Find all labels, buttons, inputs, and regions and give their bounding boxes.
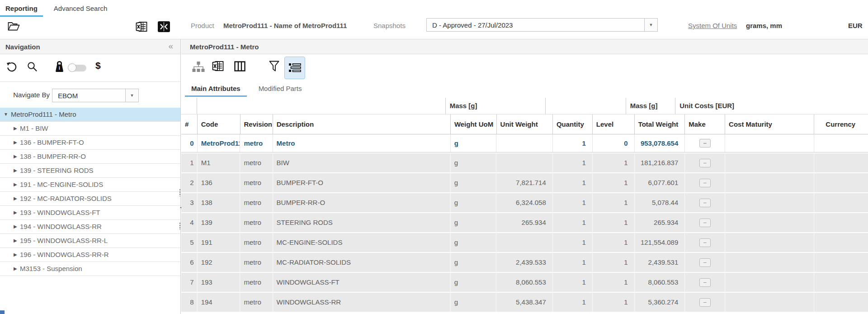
column-header-cost-maturity[interactable]: Cost Maturity [725,114,814,134]
tree-item[interactable]: ▶ 191 - MC-ENGINE-SOLIDS [0,178,180,192]
caret-icon[interactable]: ▶ [14,248,17,262]
caret-icon[interactable]: ▶ [14,122,17,135]
table-row[interactable]: 3 138 metro BUMPER-RR-O g 6,324.058 1 1 … [181,193,868,212]
tree-item[interactable]: ▼ MetroProd111 - Metro [0,108,180,122]
units-value: grams, mm [746,22,782,29]
cell-cost-maturity [725,134,814,152]
column-header-code[interactable]: Code [198,114,241,134]
table-row[interactable]: 8 194 metro WINDOWGLASS-RR g 5,438.347 1… [181,293,868,312]
tree-item[interactable]: ▶ 138 - BUMPER-RR-O [0,150,180,164]
excel-export-icon[interactable] [212,61,224,71]
table-row[interactable]: 5 191 metro MC-ENGINE-SOLIDS g 1 1 121,5… [181,233,868,252]
tree-item-label: M1 - BIW [0,122,180,135]
caret-icon[interactable]: ▶ [14,262,17,276]
system-of-units-link[interactable]: System Of Units [688,22,737,29]
tree-item[interactable]: ▶ 193 - WINDOWGLASS-FT [0,206,180,220]
tree-item[interactable]: ▶ 195 - WINDOWGLASS-RR-L [0,234,180,248]
table-row[interactable]: 2 136 metro BUMPER-FT-O g 7,821.714 1 1 … [181,173,868,192]
weight-cost-toggle[interactable] [69,65,86,71]
cell-currency [814,273,868,292]
tree-item[interactable]: ▶ M3153 - Suspension [0,262,180,276]
tree-item[interactable]: ▶ 192 - MC-RADIATOR-SOLIDS [0,192,180,206]
table-row[interactable]: 1 M1 metro BIW g 1 1 181,216.837 − [181,153,868,172]
caret-icon[interactable]: ▶ [14,164,17,177]
refresh-icon[interactable] [6,62,17,72]
caret-icon[interactable]: ▶ [14,206,17,219]
dollar-icon[interactable]: $ [95,60,101,71]
make-minus-button[interactable]: − [699,219,711,227]
cell-revision: metro [240,153,273,172]
table-group-header-row: Mass [g] Mass [g] Unit Costs [EUR] [181,98,868,114]
make-minus-button[interactable]: − [699,258,711,267]
search-icon[interactable] [27,62,38,72]
collapse-panel-icon[interactable]: « [168,41,173,51]
tree-item[interactable]: ▶ 196 - WINDOWGLASS-RR-R [0,248,180,262]
make-minus-button[interactable]: − [699,139,711,147]
make-minus-button[interactable]: − [699,298,711,307]
column-header-weight-uom[interactable]: Weight UoM [451,114,497,134]
excel-export-icon[interactable] [136,21,147,32]
toggle-knob[interactable] [68,63,76,72]
column-header-make[interactable]: Make [685,114,725,134]
caret-icon[interactable]: ▶ [14,220,17,233]
table-row[interactable]: 6 192 metro MC-RADIATOR-SOLIDS g 2,439.5… [181,253,868,272]
cell-revision: metro [240,233,273,252]
table-row[interactable]: 4 139 metro STEERING RODS g 265.934 1 1 … [181,213,868,232]
navigate-by-select[interactable]: EBOM ▼ [52,89,139,102]
cell-make: − [685,193,725,212]
tree-item[interactable]: ▶ 139 - STEERING RODS [0,164,180,178]
make-minus-button[interactable]: − [699,179,711,187]
navigate-by-select-arrow-icon[interactable]: ▼ [125,89,138,102]
filter-icon[interactable] [269,61,279,72]
caret-icon[interactable]: ▶ [14,150,17,163]
cell-revision: metro [240,273,273,292]
cell-num: 2 [181,173,198,192]
cell-make: − [685,173,725,192]
navigation-panel: Navigation « i [0,39,181,314]
open-folder-icon[interactable] [8,21,20,31]
scrollbar-fragment[interactable] [0,310,5,314]
bom-hierarchy-icon[interactable] [192,62,205,72]
column-header-unit-weight[interactable]: Unit Weight [497,114,553,134]
caret-icon[interactable]: ▶ [14,192,17,205]
list-details-button[interactable] [284,57,305,79]
column-header-description[interactable]: Description [273,114,451,134]
caret-icon[interactable]: ▶ [14,178,17,191]
cell-level: 1 [593,253,635,272]
caret-icon[interactable]: ▶ [14,234,17,247]
column-header-revision[interactable]: Revision [241,114,273,134]
weight-icon[interactable]: i [54,61,65,72]
make-minus-button[interactable]: − [699,159,711,167]
table-row[interactable]: 0 MetroProd111 metro Metro g 1 0 953,078… [181,134,868,152]
tab-reporting[interactable]: Reporting [0,0,43,17]
snapshot-select[interactable]: D - Approved - 27/Jul/2023 ▼ [426,18,658,32]
columns-icon[interactable] [234,61,245,71]
group-mass-unit: Mass [g] [446,98,546,114]
tab-modified-parts[interactable]: Modified Parts [252,82,308,97]
cell-level: 0 [593,134,635,152]
column-header-quantity[interactable]: Quantity [553,114,593,134]
table-row[interactable]: 7 193 metro WINDOWGLASS-FT g 8,060.553 1… [181,273,868,292]
column-header-num[interactable]: # [181,114,198,134]
make-minus-button[interactable]: − [699,199,711,207]
collapse-compare-icon[interactable] [158,21,170,32]
make-minus-button[interactable]: − [699,238,711,247]
tree-item[interactable]: ▶ 194 - WINDOWGLASS-RR [0,220,180,234]
cell-total-weight: 8,060.553 [635,273,685,292]
tab-main-attributes[interactable]: Main Attributes [185,82,247,97]
cell-code: 191 [198,233,241,252]
make-minus-button[interactable]: − [699,278,711,287]
column-header-currency[interactable]: Currency [814,114,868,134]
column-header-total-weight[interactable]: Total Weight [635,114,685,134]
product-value: MetroProd111 - Name of MetroProd111 [223,22,347,29]
tab-advanced-search[interactable]: Advanced Search [48,0,113,17]
caret-icon[interactable]: ▶ [14,136,17,149]
cell-unit-weight: 265.934 [496,213,552,232]
tree-item[interactable]: ▶ M1 - BIW [0,122,180,136]
snapshot-select-arrow-icon[interactable]: ▼ [644,19,657,31]
tree-item-label: 194 - WINDOWGLASS-RR [0,220,180,233]
tree-item[interactable]: ▶ 136 - BUMPER-FT-O [0,136,180,150]
cell-num: 7 [181,273,198,292]
caret-icon[interactable]: ▼ [4,108,8,121]
column-header-level[interactable]: Level [593,114,635,134]
